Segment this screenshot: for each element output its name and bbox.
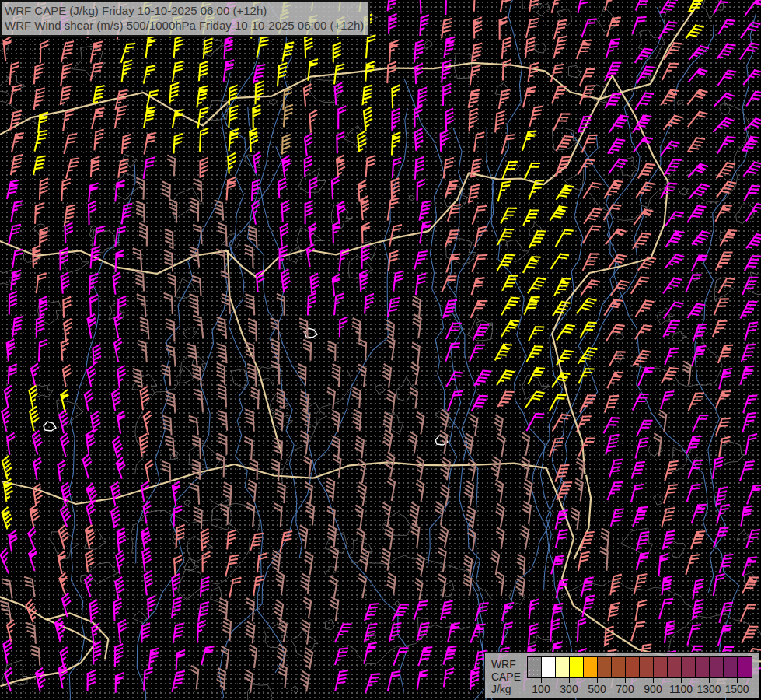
wind-barb bbox=[693, 579, 703, 600]
wind-barb bbox=[121, 41, 134, 64]
wind-barb bbox=[60, 434, 72, 457]
colorbar-cell bbox=[710, 657, 724, 677]
wind-barb bbox=[523, 254, 539, 275]
wind-barb bbox=[662, 506, 674, 528]
wind-barb bbox=[10, 84, 20, 104]
wind-barb bbox=[466, 530, 476, 550]
wind-barb bbox=[388, 0, 397, 11]
colorbar-tick-label: 700 bbox=[616, 683, 634, 695]
wind-barb bbox=[742, 575, 758, 597]
wind-barb bbox=[577, 296, 595, 317]
wind-barb bbox=[717, 486, 727, 506]
wind-barb bbox=[526, 17, 538, 39]
contour-blob bbox=[184, 500, 191, 506]
wind-barb bbox=[578, 114, 592, 134]
wind-barb bbox=[382, 430, 393, 453]
wind-barb bbox=[578, 0, 589, 14]
wind-barb bbox=[27, 528, 41, 549]
wind-barb bbox=[448, 621, 459, 642]
wind-barb bbox=[551, 62, 563, 82]
wind-barb bbox=[110, 482, 121, 504]
wind-barb bbox=[328, 341, 335, 360]
wind-barb bbox=[91, 412, 101, 432]
wind-barb bbox=[637, 551, 648, 572]
contour-blob bbox=[88, 562, 119, 583]
wind-barb bbox=[305, 34, 312, 57]
wind-barb bbox=[82, 454, 95, 478]
wind-barb bbox=[40, 296, 47, 317]
wind-barb bbox=[122, 134, 131, 153]
wind-barb bbox=[716, 250, 731, 273]
wind-barb bbox=[414, 412, 424, 433]
wind-barb bbox=[361, 196, 370, 219]
wind-barb bbox=[714, 91, 734, 110]
wind-barb bbox=[115, 577, 126, 598]
wind-barb bbox=[414, 480, 424, 500]
wind-barb bbox=[503, 60, 511, 80]
contour-blob bbox=[289, 247, 302, 262]
wind-barb bbox=[490, 457, 501, 478]
barb-pennant bbox=[12, 273, 20, 278]
wind-barb bbox=[717, 160, 735, 182]
wind-barb bbox=[664, 275, 682, 296]
wind-barb bbox=[631, 620, 644, 642]
colorbar-tick-label: 1300 bbox=[696, 683, 721, 695]
wind-barb bbox=[271, 340, 279, 362]
wind-barb bbox=[583, 223, 600, 246]
wind-barb bbox=[440, 458, 451, 479]
barb-pennant bbox=[151, 651, 159, 656]
rivers-layer bbox=[68, 0, 756, 700]
wind-barb bbox=[502, 601, 513, 621]
wind-barb bbox=[392, 86, 400, 107]
wind-barb bbox=[686, 553, 700, 576]
wind-barb bbox=[4, 668, 17, 691]
wind-barb bbox=[332, 364, 340, 386]
wind-barb bbox=[713, 318, 726, 338]
wind-barb bbox=[503, 159, 517, 181]
wind-barb bbox=[494, 481, 504, 502]
wind-barb bbox=[362, 223, 370, 243]
wind-barb bbox=[354, 436, 364, 457]
contour-blob bbox=[291, 629, 318, 656]
wind-barb bbox=[503, 273, 518, 293]
wind-barb bbox=[666, 252, 684, 271]
wind-barb bbox=[519, 433, 530, 455]
wind-barb bbox=[116, 458, 129, 478]
wind-barb bbox=[9, 223, 20, 245]
colorbar-cell bbox=[598, 657, 612, 677]
wind-barb bbox=[662, 61, 678, 82]
wind-barb bbox=[389, 40, 397, 61]
contour-blob bbox=[424, 40, 432, 48]
wind-barb bbox=[556, 227, 572, 250]
wind-barb bbox=[89, 600, 98, 622]
wind-barb bbox=[720, 600, 732, 624]
barb-pennant bbox=[419, 672, 427, 677]
wind-barb bbox=[9, 531, 19, 551]
cape-legend: WRF CAPE J/kg 10030050070090011001300150… bbox=[484, 652, 759, 698]
wind-barb bbox=[472, 393, 487, 413]
wind-barb bbox=[305, 503, 314, 525]
wind-barb bbox=[556, 155, 571, 178]
wind-barb bbox=[721, 227, 736, 248]
wind-barb bbox=[466, 460, 476, 481]
wind-barb bbox=[227, 530, 236, 549]
wind-barb bbox=[554, 35, 566, 58]
wind-barb bbox=[472, 43, 481, 62]
wind-barb bbox=[686, 272, 701, 294]
wind-barb bbox=[167, 319, 175, 341]
wind-barb bbox=[86, 502, 98, 523]
wind-barb bbox=[58, 410, 70, 432]
wind-barb bbox=[363, 85, 372, 105]
colorbar-cell bbox=[584, 657, 598, 677]
wind-barb bbox=[300, 391, 309, 411]
wind-barb bbox=[553, 412, 570, 434]
wind-barb bbox=[137, 201, 145, 222]
barb-pennant bbox=[610, 604, 618, 611]
wind-barb bbox=[445, 0, 453, 14]
river bbox=[571, 132, 739, 700]
wind-barb bbox=[420, 200, 431, 222]
wind-barb bbox=[223, 618, 232, 640]
wind-barb bbox=[662, 139, 679, 159]
wind-barb bbox=[475, 368, 491, 389]
wind-barb bbox=[12, 131, 23, 153]
